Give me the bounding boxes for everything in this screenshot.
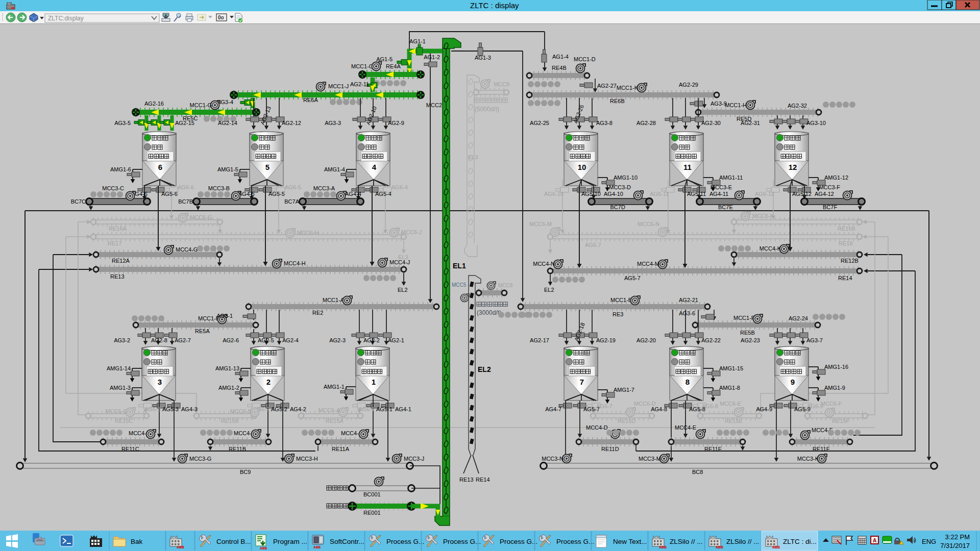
svg-text:MCC4-K: MCC4-K (760, 245, 781, 252)
svg-text:EL3: EL3 (468, 154, 478, 160)
svg-text:BC7B: BC7B (178, 198, 193, 205)
svg-text:RE11D: RE11D (601, 446, 619, 452)
svg-text:AMG1-6: AMG1-6 (110, 166, 131, 172)
svg-text:AG2-29: AG2-29 (679, 82, 698, 88)
svg-text:MCC4-J: MCC4-J (389, 259, 410, 265)
svg-text:MCC4-M: MCC4-M (637, 261, 659, 267)
svg-text:7: 7 (580, 378, 584, 386)
svg-text:AG4-1: AG4-1 (395, 406, 411, 412)
svg-text:AG5-2: AG5-2 (271, 406, 287, 412)
svg-text:BC7D: BC7D (610, 204, 625, 210)
svg-text:AG6-12: AG6-12 (755, 191, 774, 197)
svg-text:RE17: RE17 (108, 240, 122, 246)
svg-text:MCC6-N: MCC6-N (638, 221, 659, 227)
svg-text:RE2: RE2 (312, 310, 323, 316)
svg-text:AG2-32: AG2-32 (788, 103, 807, 109)
svg-text:MCC3-E: MCC3-E (710, 184, 732, 190)
svg-text:AG3-3: AG3-3 (325, 120, 341, 126)
svg-text:AG3-5: AG3-5 (114, 120, 131, 126)
svg-text:SoftContr...: SoftContr... (330, 538, 364, 545)
svg-text:8: 8 (685, 378, 690, 386)
svg-text:AG4-8: AG4-8 (651, 406, 667, 412)
svg-text:AG2-1: AG2-1 (388, 337, 404, 343)
svg-text:Program ...: Program ... (273, 538, 307, 545)
svg-text:RE13: RE13 (459, 477, 474, 483)
svg-text:AG4-9: AG4-9 (756, 406, 772, 412)
svg-text:2: 2 (266, 378, 271, 386)
svg-text:MCC4-D: MCC4-D (586, 424, 608, 431)
svg-text:AG2-22: AG2-22 (701, 337, 721, 343)
svg-text:Process G...: Process G... (443, 538, 481, 545)
svg-text:AG5-1: AG5-1 (376, 406, 393, 412)
svg-text:RE11B: RE11B (229, 446, 246, 452)
svg-text:RE5A: RE5A (195, 328, 210, 334)
svg-text:AG3-8: AG3-8 (596, 120, 612, 126)
svg-text:RE001: RE001 (363, 510, 381, 516)
svg-text:MCC4-G: MCC4-G (176, 246, 198, 253)
svg-text:(3000d/t): (3000d/t) (477, 309, 501, 316)
svg-text:AG6-7: AG6-7 (585, 242, 601, 248)
svg-text:AG2-28: AG2-28 (636, 120, 656, 126)
svg-text:RE15F: RE15F (832, 418, 850, 424)
svg-text:AG2-19: AG2-19 (596, 337, 616, 343)
svg-text:ZLSilo // ...: ZLSilo // ... (670, 538, 703, 545)
svg-text:MCC3-C: MCC3-C (102, 185, 124, 191)
svg-text:AMG1-4: AMG1-4 (324, 166, 345, 172)
svg-text:AG6-5: AG6-5 (285, 184, 301, 190)
svg-text:AMG1-1: AMG1-1 (324, 384, 345, 390)
svg-text:6: 6 (158, 163, 162, 171)
svg-text:BC7E: BC7E (718, 204, 733, 210)
svg-text:RE13: RE13 (110, 273, 125, 280)
svg-text:AG6-4: AG6-4 (391, 184, 408, 190)
svg-text:BC7F: BC7F (823, 204, 837, 210)
svg-text:MCC3-K: MCC3-K (797, 456, 819, 462)
svg-text:AG2-9: AG2-9 (388, 120, 404, 126)
svg-text:MCC3-N: MCC3-N (542, 456, 564, 462)
svg-text:AMG1-11: AMG1-11 (719, 174, 743, 181)
svg-text:AG2-6: AG2-6 (223, 337, 239, 343)
svg-text:AMG1-3: AMG1-3 (110, 385, 131, 391)
svg-text:BC7A: BC7A (284, 198, 299, 205)
svg-text:MCC5: MCC5 (452, 282, 467, 288)
svg-text:MCC3-G: MCC3-G (189, 456, 211, 462)
svg-text:RE16B: RE16B (838, 226, 855, 232)
svg-text:AMG1-2: AMG1-2 (218, 385, 239, 391)
svg-text:ZLTC : di...: ZLTC : di... (783, 538, 817, 545)
svg-text:MCC3-A: MCC3-A (313, 185, 335, 191)
svg-text:A: A (873, 538, 876, 543)
svg-text:AG3-10: AG3-10 (806, 120, 826, 126)
svg-text:AG4-2: AG4-2 (290, 406, 306, 412)
svg-text:EL1: EL1 (453, 262, 466, 270)
svg-text:4: 4 (372, 163, 377, 171)
svg-text:AG6-3: AG6-3 (144, 406, 161, 412)
svg-text:Control B...: Control B... (216, 538, 251, 545)
svg-text:RE14: RE14 (476, 477, 490, 483)
svg-text:AG5-12: AG5-12 (792, 191, 812, 197)
svg-text:MCC1-K: MCC1-K (617, 85, 639, 91)
svg-text:ABB: ABB (313, 545, 321, 549)
svg-text:1: 1 (372, 378, 376, 386)
svg-text:ZLSilo // ...: ZLSilo // ... (726, 538, 760, 545)
svg-text:MCC6-B: MCC6-B (230, 408, 252, 414)
svg-text:ABB: ABB (260, 546, 267, 550)
svg-text:ZLTC:display: ZLTC:display (48, 15, 84, 22)
svg-text:AG2-21: AG2-21 (679, 297, 698, 303)
svg-text:RE16A: RE16A (109, 226, 127, 232)
svg-text:AG2-31: AG2-31 (741, 120, 760, 126)
svg-text:MCC6-D: MCC6-D (634, 400, 656, 407)
svg-text:0o: 0o (218, 15, 224, 20)
svg-text:AMG1-12: AMG1-12 (824, 174, 848, 181)
svg-text:AG2-20: AG2-20 (636, 337, 656, 343)
svg-text:AG2-25: AG2-25 (530, 120, 549, 126)
svg-text:AG2-16: AG2-16 (144, 101, 164, 107)
svg-text:RE12B: RE12B (841, 258, 859, 264)
svg-text:MCC3-B: MCC3-B (208, 185, 230, 191)
svg-text:AG1-2: AG1-2 (424, 54, 440, 60)
svg-text:MCC8: MCC8 (498, 283, 513, 288)
svg-text:AG2-15: AG2-15 (175, 120, 194, 126)
svg-text:MCC3-H: MCC3-H (296, 456, 318, 462)
svg-text:MCC6-E: MCC6-E (720, 400, 741, 407)
svg-text:AG2-17: AG2-17 (530, 337, 549, 343)
svg-text:RE15B: RE15B (221, 418, 239, 424)
svg-text:11: 11 (683, 163, 692, 171)
